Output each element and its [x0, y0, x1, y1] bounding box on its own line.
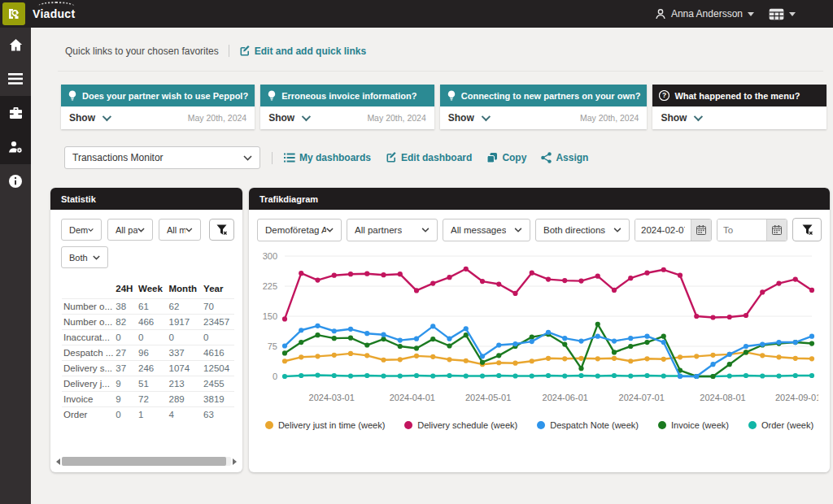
legend-label: Invoice (week) [671, 420, 729, 430]
direction-select[interactable]: Both directions [535, 219, 630, 241]
chart-point [760, 373, 765, 378]
table-cell: 37 [114, 361, 137, 376]
traffic-chart-container: 0751502253002024-03-012024-04-012024-05-… [249, 241, 830, 411]
card-show-toggle[interactable]: Show [448, 112, 488, 124]
y-axis-tick-label: 0 [273, 371, 277, 381]
legend-item[interactable]: Order (week) [748, 420, 813, 430]
app-grid-menu[interactable] [769, 8, 796, 20]
chart-point [661, 334, 666, 339]
table-row: Number o...38616270 [62, 299, 234, 315]
dashboard-select[interactable]: Transactions Monitor [64, 146, 260, 169]
card-header: ? What happened to the menu? [652, 85, 826, 106]
legend-label: Delivery schedule (week) [417, 420, 517, 430]
table-cell: 23457 [202, 315, 234, 330]
chart-point [595, 356, 600, 361]
partners-select[interactable]: All partners [347, 219, 438, 241]
user-menu[interactable]: Anna Andersson [655, 8, 754, 20]
calendar-button[interactable] [691, 219, 711, 241]
legend-dot-icon [537, 421, 545, 429]
table-header-cell: 24H [114, 281, 137, 299]
messages-select[interactable]: All m [159, 219, 201, 241]
copy-link[interactable]: Copy [486, 152, 526, 163]
edit-quick-links-link[interactable]: Edit and add quick links [239, 46, 366, 57]
chart-point [793, 373, 798, 378]
sidebar-item-menu[interactable] [0, 62, 31, 96]
chart-point [530, 339, 534, 344]
chart-point [809, 334, 814, 339]
card-show-toggle[interactable]: Show [268, 112, 308, 124]
horizontal-scrollbar[interactable] [56, 456, 237, 467]
chart-point [628, 344, 633, 349]
legend-item[interactable]: Despatch Note (week) [537, 420, 639, 430]
chart-point [398, 272, 403, 276]
calendar-button[interactable] [766, 219, 787, 241]
chart-point [562, 336, 567, 341]
chart-point [694, 314, 699, 319]
chart-point [496, 342, 501, 347]
assign-link[interactable]: Assign [541, 152, 588, 163]
row-label: Inaccurat... [62, 330, 114, 345]
card-show-toggle[interactable]: Show [69, 112, 109, 124]
chart-point [644, 271, 649, 276]
chart-point [710, 362, 715, 367]
chart-point [710, 374, 715, 379]
chart-point [793, 356, 798, 361]
chart-point [282, 374, 287, 379]
chart-point [644, 340, 649, 345]
direction-select[interactable]: Both [61, 246, 108, 268]
chart-point [381, 358, 386, 363]
sidebar-active-group [0, 96, 31, 164]
legend-item[interactable]: Invoice (week) [658, 420, 729, 430]
chart-point [578, 338, 583, 343]
chart-point [661, 357, 666, 362]
chevron-down-icon [243, 155, 252, 161]
sidebar-item-info[interactable] [0, 164, 31, 198]
card-date: May 20th, 2024 [580, 113, 639, 123]
sidebar-item-products[interactable] [0, 96, 31, 130]
table-cell: 4 [168, 407, 203, 423]
x-axis-tick-label: 2024-08-01 [700, 393, 745, 402]
chart-point [595, 334, 600, 339]
edit-dashboard-link[interactable]: Edit dashboard [386, 152, 472, 163]
chart-point [661, 373, 666, 378]
table-cell: 96 [137, 345, 167, 361]
chart-point [464, 358, 469, 363]
chart-point [530, 358, 534, 363]
chart-point [578, 373, 583, 378]
y-axis-tick-label: 75 [268, 341, 277, 351]
sidebar-item-user-admin[interactable] [0, 130, 31, 164]
chart-point [496, 373, 501, 378]
chart-point [332, 273, 337, 278]
legend-item[interactable]: Delivery schedule (week) [404, 420, 517, 430]
chart-point [332, 336, 337, 341]
calendar-icon [696, 225, 706, 235]
chevron-down-icon [93, 255, 100, 260]
chart-point [809, 288, 814, 293]
menu-icon [8, 73, 23, 85]
scrollbar-track[interactable] [62, 457, 231, 466]
sidebar-item-home[interactable] [0, 28, 31, 62]
chart-point [299, 340, 303, 345]
partners-select[interactable]: All pa [107, 219, 153, 241]
filter-button[interactable] [792, 218, 822, 241]
chart-point [578, 278, 583, 283]
app-logo[interactable] [2, 2, 25, 25]
my-dashboards-link[interactable]: My dashboards [284, 152, 371, 163]
quick-links-bar: Quick links to your chosen favorites Edi… [31, 28, 833, 57]
chart-point [628, 373, 633, 378]
date-from-input[interactable] [635, 219, 691, 241]
card-show-toggle[interactable]: Show [661, 112, 700, 124]
chart-point [744, 350, 748, 354]
chart-point [381, 337, 386, 341]
legend-item[interactable]: Delivery just in time (week) [265, 420, 385, 430]
company-select[interactable]: Demo [61, 219, 102, 241]
table-header-cell: Week [137, 281, 167, 299]
scroll-right-arrow-icon[interactable] [233, 458, 237, 465]
company-select[interactable]: Demoföretag AB [257, 219, 342, 241]
filter-button[interactable] [209, 219, 234, 241]
scrollbar-thumb[interactable] [62, 457, 226, 466]
date-to-input[interactable] [717, 219, 766, 241]
card-date: May 20th, 2024 [367, 113, 425, 123]
scroll-left-arrow-icon[interactable] [56, 458, 60, 465]
messages-select[interactable]: All messages [443, 219, 530, 241]
